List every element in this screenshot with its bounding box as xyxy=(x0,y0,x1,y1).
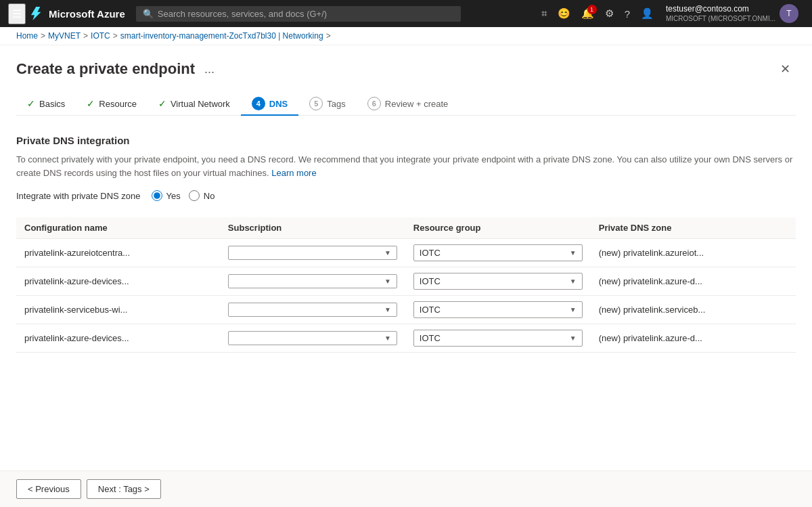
step-virtual-network[interactable]: ✓ Virtual Network xyxy=(148,94,241,114)
resource-group-dropdown-2[interactable]: IOTC▼ xyxy=(413,301,583,318)
dns-table-header: Configuration name Subscription Resource… xyxy=(16,217,796,239)
close-button[interactable]: ✕ xyxy=(775,59,796,79)
step-dns-num: 4 xyxy=(252,97,265,110)
directory-icon: 👤 xyxy=(641,7,654,19)
feedback-icon: 😊 xyxy=(558,7,570,19)
step-vnet-check: ✓ xyxy=(158,98,166,109)
step-resource-label: Resource xyxy=(99,99,137,109)
notification-badge: 1 xyxy=(587,5,597,14)
cell-config-name: privatelink-azure-devices... xyxy=(16,267,220,296)
table-row: privatelink-azure-devices...▼IOTC▼(new) … xyxy=(16,267,796,296)
step-review-label: Review + create xyxy=(385,99,449,109)
radio-no-text: No xyxy=(204,191,215,201)
table-row: privatelink-azure-devices...▼IOTC▼(new) … xyxy=(16,324,796,353)
cell-dns-zone: (new) privatelink.azure-d... xyxy=(591,324,796,353)
feedback-button[interactable]: 😊 xyxy=(554,3,574,24)
breadcrumb-iotc[interactable]: IOTC xyxy=(91,31,110,41)
user-tenant: MICROSOFT (MICROSOFT.ONMI... xyxy=(666,14,775,23)
cell-resource-group: IOTC▼ xyxy=(405,267,591,296)
azure-logo: Microsoft Azure xyxy=(31,7,125,20)
search-input[interactable] xyxy=(158,9,454,19)
step-tags-num: 5 xyxy=(309,97,323,110)
dns-section-title: Private DNS integration xyxy=(16,135,796,146)
cell-resource-group: IOTC▼ xyxy=(405,324,591,353)
cell-resource-group: IOTC▼ xyxy=(405,296,591,324)
topnav-icons: ⌗ 😊 🔔 1 ⚙ ? 👤 testuser@contoso.com MICRO… xyxy=(537,1,804,26)
cell-config-name: privatelink-servicebus-wi... xyxy=(16,296,220,324)
step-dns-label: DNS xyxy=(269,99,288,109)
step-resource[interactable]: ✓ Resource xyxy=(76,94,148,114)
step-dns[interactable]: 4 DNS xyxy=(241,93,298,116)
step-review[interactable]: 6 Review + create xyxy=(357,93,459,116)
col-dns-zone: Private DNS zone xyxy=(591,217,796,239)
subscription-dropdown-2[interactable]: ▼ xyxy=(228,303,397,317)
dns-table-body: privatelink-azureiotcentra...▼IOTC▼(new)… xyxy=(16,239,796,353)
settings-button[interactable]: ⚙ xyxy=(601,3,618,24)
resource-group-dropdown-0[interactable]: IOTC▼ xyxy=(413,244,583,261)
table-row: privatelink-servicebus-wi...▼IOTC▼(new) … xyxy=(16,296,796,324)
user-menu[interactable]: testuser@contoso.com MICROSOFT (MICROSOF… xyxy=(660,1,804,26)
integrate-label: Integrate with private DNS zone xyxy=(16,191,141,201)
help-icon: ? xyxy=(625,8,630,20)
subscription-dropdown-3[interactable]: ▼ xyxy=(228,331,397,345)
step-basics[interactable]: ✓ Basics xyxy=(16,94,76,114)
page-title-more[interactable]: ... xyxy=(204,62,215,76)
col-config-name: Configuration name xyxy=(16,217,220,239)
avatar: T xyxy=(780,4,798,23)
search-icon: 🔍 xyxy=(143,9,154,19)
directory-button[interactable]: 👤 xyxy=(637,3,658,24)
cell-dns-zone: (new) privatelink.serviceb... xyxy=(591,296,796,324)
cell-config-name: privatelink-azureiotcentra... xyxy=(16,239,220,267)
cell-subscription: ▼ xyxy=(220,267,405,296)
notifications-button[interactable]: 🔔 1 xyxy=(577,3,598,24)
wizard-steps: ✓ Basics ✓ Resource ✓ Virtual Network 4 … xyxy=(16,93,796,116)
step-tags[interactable]: 5 Tags xyxy=(298,93,356,116)
cell-dns-zone: (new) privatelink.azure-d... xyxy=(591,267,796,296)
radio-no-input[interactable] xyxy=(189,190,200,201)
cell-resource-group: IOTC▼ xyxy=(405,239,591,267)
breadcrumb-networking[interactable]: smart-inventory-management-ZocTxd7bl30 |… xyxy=(120,31,323,41)
gear-icon: ⚙ xyxy=(605,7,614,19)
page-title: Create a private endpoint xyxy=(16,60,195,78)
learn-more-link[interactable]: Learn more xyxy=(271,168,316,178)
col-resource-group: Resource group xyxy=(405,217,591,239)
user-name: testuser@contoso.com xyxy=(666,4,775,15)
step-resource-check: ✓ xyxy=(87,98,95,109)
step-vnet-label: Virtual Network xyxy=(171,99,230,109)
resource-group-dropdown-3[interactable]: IOTC▼ xyxy=(413,330,583,347)
cell-subscription: ▼ xyxy=(220,296,405,324)
radio-yes-input[interactable] xyxy=(152,190,162,201)
top-navigation: ☰ Microsoft Azure 🔍 ⌗ 😊 🔔 1 ⚙ ? 👤 xyxy=(0,0,812,27)
cell-dns-zone: (new) privatelink.azureiot... xyxy=(591,239,796,267)
step-tags-label: Tags xyxy=(327,99,345,109)
search-box[interactable]: 🔍 xyxy=(136,6,461,22)
page-title-row: Create a private endpoint ... ✕ xyxy=(16,59,796,79)
col-subscription: Subscription xyxy=(220,217,405,239)
user-info: testuser@contoso.com MICROSOFT (MICROSOF… xyxy=(666,4,775,24)
dns-table: Configuration name Subscription Resource… xyxy=(16,217,796,353)
radio-yes-label[interactable]: Yes xyxy=(152,190,181,201)
dns-section-description: To connect privately with your private e… xyxy=(16,153,796,179)
logo-text: Microsoft Azure xyxy=(49,8,125,20)
cloud-shell-button[interactable]: ⌗ xyxy=(537,3,551,24)
cell-subscription: ▼ xyxy=(220,239,405,267)
cloud-shell-icon: ⌗ xyxy=(541,7,547,19)
radio-no-label[interactable]: No xyxy=(189,190,215,201)
step-review-num: 6 xyxy=(367,97,381,110)
hamburger-menu[interactable]: ☰ xyxy=(8,3,26,24)
radio-yes-text: Yes xyxy=(166,191,181,201)
subscription-dropdown-0[interactable]: ▼ xyxy=(228,246,397,260)
table-row: privatelink-azureiotcentra...▼IOTC▼(new)… xyxy=(16,239,796,267)
step-basics-check: ✓ xyxy=(27,98,35,109)
resource-group-dropdown-1[interactable]: IOTC▼ xyxy=(413,273,583,290)
cell-config-name: privatelink-azure-devices... xyxy=(16,324,220,353)
cell-subscription: ▼ xyxy=(220,324,405,353)
help-button[interactable]: ? xyxy=(621,4,634,24)
breadcrumb: Home > MyVNET > IOTC > smart-inventory-m… xyxy=(0,27,812,45)
step-basics-label: Basics xyxy=(39,99,65,109)
subscription-dropdown-1[interactable]: ▼ xyxy=(228,274,397,288)
integrate-dns-row: Integrate with private DNS zone Yes No xyxy=(16,190,796,201)
main-content: Create a private endpoint ... ✕ ✓ Basics… xyxy=(0,45,812,400)
breadcrumb-home[interactable]: Home xyxy=(16,31,38,41)
breadcrumb-myvnet[interactable]: MyVNET xyxy=(48,31,81,41)
